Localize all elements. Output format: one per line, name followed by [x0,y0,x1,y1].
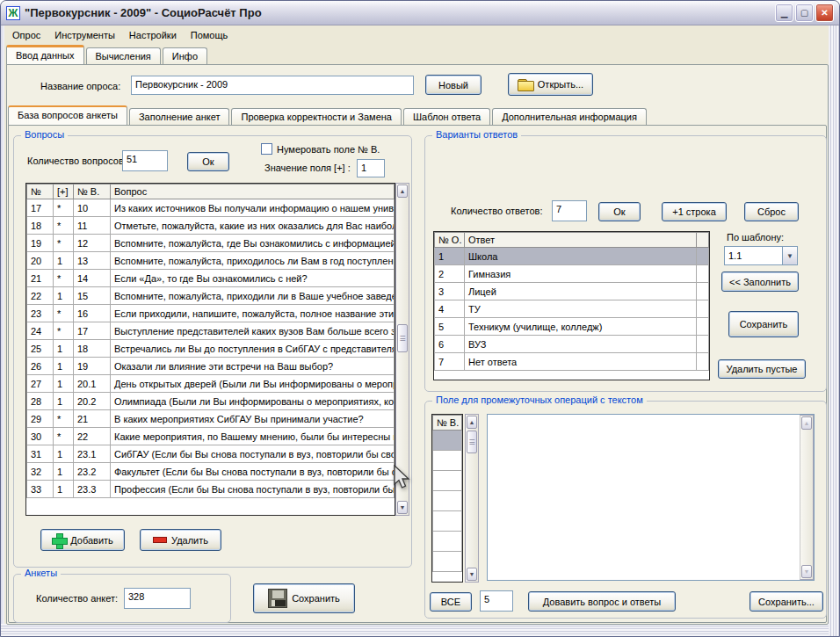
menu-pomosch[interactable]: Помощь [184,28,235,42]
template-combobox[interactable]: 1.1 ▼ [724,246,798,265]
answer-count-input[interactable]: 7 [552,200,587,221]
scroll-up-icon[interactable]: ▲ [801,416,812,430]
reset-button[interactable]: Сброс [744,202,799,221]
cell-nv: 23.2 [74,463,111,481]
numbering-checkbox[interactable]: Нумеровать поле № В. [261,143,380,155]
table-row[interactable]: 22115Вспомните, пожалуйста, приходили ли… [27,287,395,305]
cell-nv: 19 [74,358,111,375]
chevron-down-icon[interactable]: ▼ [782,247,797,264]
table-row[interactable]: 27120.1День открытых дверей (Были ли Вы … [27,375,395,393]
questions-ok-button[interactable]: Ок [187,152,229,171]
ops-count-input[interactable]: 5 [480,590,513,612]
cell-n: 32 [27,463,54,481]
menu-nastroyki[interactable]: Настройки [122,28,184,42]
survey-name-input[interactable]: Первокурсник - 2009 [131,76,414,95]
table-row[interactable]: 32123.2Факультет (Если бы Вы снова посту… [27,463,395,481]
table-row[interactable] [433,511,462,532]
tab-info[interactable]: Инфо [163,47,207,65]
template-value: 1.1 [725,249,782,263]
plus-field-input[interactable]: 1 [357,159,385,177]
scroll-thumb[interactable]: ☰ [397,324,408,352]
scroll-down-icon[interactable]: ▼ [801,565,812,578]
table-row[interactable] [433,431,462,451]
table-row[interactable]: 24*17Выступление представителей каких ву… [27,322,395,340]
subtab-baza-voprosov[interactable]: База вопросов анкеты [8,105,127,126]
table-row[interactable]: 26119Оказали ли влияние эти встречи на В… [27,358,395,375]
scroll-thumb[interactable]: ☰ [467,431,477,453]
maximize-button[interactable]: ▢ [795,4,814,22]
cell-n: 20 [27,252,54,270]
table-row[interactable]: 4ТУ [435,300,709,318]
table-row[interactable]: 5Техникум (училище, колледж) [435,318,709,336]
table-row[interactable] [433,491,462,511]
all-button[interactable]: ВСЕ [430,592,472,612]
open-button[interactable]: Открыть... [508,73,593,96]
table-row[interactable]: 20113Вспомните, пожалуйста, приходилось … [27,252,395,270]
table-row[interactable] [433,552,462,572]
checkbox-icon[interactable] [261,143,272,155]
cell-text: СибГАУ (Если бы Вы снова поступали в вуз… [111,445,395,463]
table-row[interactable]: 18*11Отметьте, пожалуйста, какие из них … [27,217,395,235]
delete-question-button[interactable]: Удалить [140,529,221,551]
cell-text: Из каких источников Вы получали информац… [111,199,395,217]
table-row[interactable]: 28120.2Олимпиада (Были ли Вы информирова… [27,393,395,410]
answers-ok-button[interactable]: Ок [598,202,641,221]
anketa-count-input[interactable]: 328 [124,588,191,609]
save-anketas-button[interactable]: Сохранить [253,583,355,613]
text-ops-list-scrollbar[interactable]: ▲ ☰ ▼ [465,414,479,583]
table-row[interactable]: 3Лицей [435,283,709,300]
subtab-dop-info[interactable]: Дополнительная информация [492,108,647,126]
text-ops-textarea[interactable] [487,414,815,581]
scroll-up-icon[interactable]: ▲ [397,185,408,198]
cell-n: 4 [435,300,465,318]
col-header-nv: № В. [74,185,111,199]
add-question-button[interactable]: Добавить [40,529,125,551]
scroll-down-icon[interactable]: ▼ [397,501,408,514]
question-count-input[interactable]: 51 [122,150,168,171]
table-row[interactable]: 7Нет ответа [435,353,709,371]
table-row[interactable]: 2Гимназия [435,265,709,283]
fill-button[interactable]: << Заполнить [721,271,799,292]
table-row[interactable] [433,532,462,552]
scroll-up-icon[interactable]: ▲ [467,416,477,429]
table-row[interactable]: 19*12Вспомните, пожалуйста, где Вы ознак… [27,235,395,252]
cell-plus: 1 [54,340,74,358]
subtab-proverka[interactable]: Проверка корректности и Замена [231,108,401,126]
table-row[interactable] [433,471,462,491]
tab-vvod-dannyh[interactable]: Ввод данных [6,45,84,65]
table-row[interactable]: 30*22Какие мероприятия, по Вашему мнению… [27,428,395,445]
table-row[interactable]: 6ВУЗ [435,336,709,353]
table-row[interactable]: 23*16Если приходили, напишите, пожалуйст… [27,305,395,322]
table-row[interactable]: 21*14Если «Да», то где Вы ознакомились с… [27,270,395,287]
subtab-zapolnenie[interactable]: Заполнение анкет [129,108,230,126]
titlebar[interactable]: Ж "Первокурсник - 2009" - СоциоРасчёт Пр… [1,1,839,25]
close-button[interactable]: ✕ [815,4,834,22]
answers-group-label: Варианты ответов [432,129,521,140]
table-row[interactable]: 29*21В каких мероприятиях СибГАУ Вы прин… [27,410,395,428]
cell-n: 3 [435,283,465,300]
delete-empty-button[interactable]: Удалить пустые [718,359,806,379]
table-row[interactable]: 1Школа [435,248,709,265]
menu-instrumenty[interactable]: Инструменты [47,28,122,42]
anketa-count-label: Количество анкет: [36,593,118,604]
save-text-ops-button[interactable]: Сохранить... [749,591,823,612]
mouse-cursor [393,465,412,491]
table-row[interactable]: 31123.1СибГАУ (Если бы Вы снова поступал… [27,445,395,463]
cell-nv: 13 [74,252,111,270]
table-row[interactable] [433,451,462,471]
cell-n: 27 [27,375,54,393]
menu-opros[interactable]: Опрос [5,28,47,42]
minimize-button[interactable]: ▁ [775,4,793,22]
textarea-scrollbar[interactable]: ▲ ▼ [800,415,814,580]
table-row[interactable]: 33123.3Профессия (Если бы Вы снова посту… [27,481,395,498]
subtab-shablon[interactable]: Шаблон ответа [403,108,490,126]
cell-text: Оказали ли влияние эти встречи на Ваш вы… [111,358,395,375]
table-row[interactable]: 25118Встречались ли Вы до поступления в … [27,340,395,358]
scroll-down-icon[interactable]: ▼ [467,568,477,581]
tab-vychisleniya[interactable]: Вычисления [86,47,161,65]
add-question-answers-button[interactable]: Довавить вопрос и ответы [528,591,676,612]
save-answers-button[interactable]: Сохранить [728,311,799,337]
new-button[interactable]: Новый [425,75,482,95]
table-row[interactable]: 17*10Из каких источников Вы получали инф… [27,199,395,217]
add-row-button[interactable]: +1 строка [662,202,727,221]
